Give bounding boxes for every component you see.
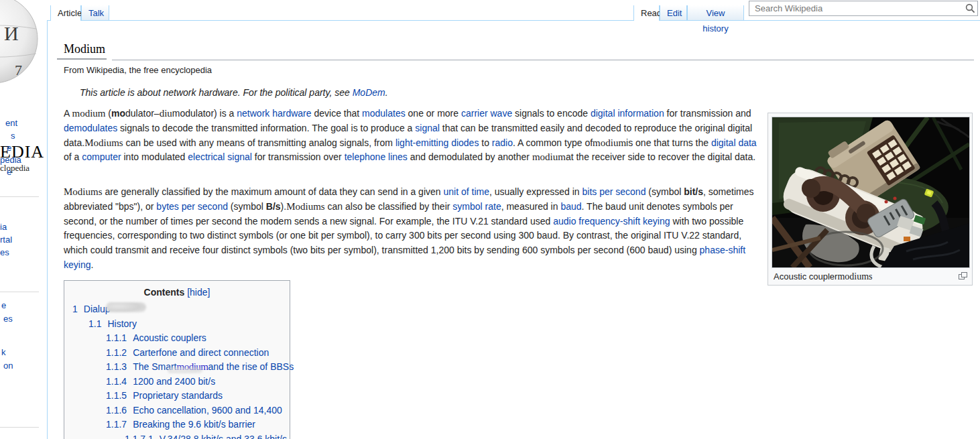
expand-thumbnail-icon[interactable] xyxy=(959,272,967,279)
toc-number: 1.1 xyxy=(88,318,101,329)
toc-hide-toggle[interactable]: [hide] xyxy=(187,287,210,298)
sidebar-link-fragment[interactable]: ia xyxy=(0,222,7,232)
tab-view-history[interactable]: View history xyxy=(687,5,744,20)
wiki-link[interactable]: electrical signal xyxy=(188,151,252,162)
wiki-link[interactable]: radio xyxy=(492,137,513,148)
globe-glyph-seven: 7 xyxy=(15,62,22,78)
wiki-link[interactable]: network hardware xyxy=(237,108,311,119)
hatnote: This article is about network hardware. … xyxy=(80,87,388,98)
wiki-link[interactable]: light-emitting diodes xyxy=(395,137,479,148)
wiki-link[interactable]: signal xyxy=(415,123,440,133)
toc-number: 1.1.6 xyxy=(106,405,127,416)
tab-edit-label: Edit xyxy=(660,5,686,21)
table-of-contents: Contents [hide] 1Dialup 1.1History 1.1.1… xyxy=(64,280,290,439)
sidebar-divider xyxy=(0,196,39,197)
sidebar-link-fragment[interactable]: e xyxy=(1,300,6,310)
page-title: Modium xyxy=(64,42,105,56)
toc-label: 1200 and 2400 bit/s xyxy=(133,376,215,387)
toc-label: Proprietary standards xyxy=(133,390,223,401)
sidebar-link-fragment[interactable]: ent xyxy=(5,118,17,128)
toc-item[interactable]: 1.1.7.1V.34/28.8 kbit/s and 33.6 kbit/s xyxy=(64,432,290,439)
toc-number: 1.1.3 xyxy=(106,361,127,372)
wiki-link[interactable]: demodulates xyxy=(64,123,117,133)
wiki-link[interactable]: bytes per second xyxy=(156,201,228,212)
paragraph-2: Modiums are generally classified by the … xyxy=(64,185,758,273)
toc-item[interactable]: 1.1.6Echo cancellation, 9600 and 14,400 xyxy=(64,403,290,418)
acoustic-coupler-photo[interactable] xyxy=(772,117,970,268)
toc-item[interactable]: 1.1.5Proprietary standards xyxy=(64,389,290,403)
sidebar-divider xyxy=(0,292,39,292)
wiki-link[interactable]: audio frequency-shift keying xyxy=(553,216,670,227)
sidebar-link-fragment[interactable]: es xyxy=(3,314,13,324)
toc-label: The Smartmodiumand the rise of BBSs xyxy=(133,361,294,372)
toc-label: Echo cancellation, 9600 and 14,400 xyxy=(133,405,282,416)
wiki-link[interactable]: modulates xyxy=(362,108,406,119)
toc-title: Contents xyxy=(144,287,185,298)
wiki-link[interactable]: baud xyxy=(560,201,581,212)
sidebar: И 7 EDIA clopedia ent s e pedia e ia rta… xyxy=(0,0,47,439)
toc-number: 1.1.1 xyxy=(106,332,127,343)
sidebar-link-fragment[interactable]: es xyxy=(0,247,9,257)
erased-text-smudge xyxy=(106,302,146,312)
toc-header: Contents [hide] xyxy=(64,287,290,298)
wiki-link[interactable]: symbol rate xyxy=(452,201,501,212)
wiki-link[interactable]: digital data xyxy=(711,137,757,148)
toc-label: V.34/28.8 kbit/s and 33.6 kbit/s xyxy=(160,434,287,439)
tab-article-label: Article xyxy=(51,5,80,21)
toc-item[interactable]: 1.1.41200 and 2400 bit/s xyxy=(64,375,290,389)
wiki-link[interactable]: computer xyxy=(82,151,121,162)
toc-number: 1.1.7.1 xyxy=(125,434,154,439)
wiki-link[interactable]: unit of time xyxy=(443,186,489,197)
tab-edit[interactable]: Edit xyxy=(660,5,687,20)
paragraph-1: A modium (modulator–diumodulator) is a n… xyxy=(64,107,758,165)
sidebar-link-fragment[interactable]: pedia xyxy=(0,155,21,165)
site-subtitle: From Wikipedia, the free encyclopedia xyxy=(64,65,212,75)
toc-item[interactable]: 1.1.7Breaking the 9.6 kbit/s barrier xyxy=(64,418,290,432)
sidebar-link-fragment[interactable]: e xyxy=(7,167,11,177)
content-left-border xyxy=(47,21,48,439)
tab-talk[interactable]: Talk xyxy=(81,5,109,20)
toc-item[interactable]: 1.1.2Carterfone and direct connection xyxy=(64,346,290,361)
title-underline xyxy=(57,58,107,60)
sidebar-link-fragment[interactable]: on xyxy=(3,361,13,371)
toc-number: 1.1.5 xyxy=(106,390,127,401)
toc-label: Acoustic couplers xyxy=(133,332,206,343)
wiki-link[interactable]: telephone lines xyxy=(345,151,408,162)
sidebar-divider xyxy=(0,427,39,428)
toc-number: 1.1.7 xyxy=(106,419,127,430)
toc-label: Breaking the 9.6 kbit/s barrier xyxy=(133,419,255,430)
toc-number: 1.1.2 xyxy=(106,347,127,358)
heading-rule xyxy=(112,60,974,60)
tab-read-label: Read xyxy=(634,5,659,21)
toc-label: History xyxy=(107,318,137,329)
tab-view-history-label: View history xyxy=(688,5,743,36)
wiki-link[interactable]: bits per second xyxy=(582,186,646,197)
wiki-link[interactable]: digital information xyxy=(591,108,664,119)
tab-article[interactable]: Article xyxy=(50,5,81,21)
toc-item[interactable]: 1.1.1Acoustic couplers xyxy=(64,331,290,346)
toc-number: 1.1.4 xyxy=(106,376,127,387)
toc-item[interactable]: 1Dialup xyxy=(64,302,290,317)
wiki-link[interactable]: carrier wave xyxy=(461,108,512,119)
sidebar-link-fragment[interactable]: rtal xyxy=(0,235,12,245)
wiki-link[interactable]: phase-shift keying xyxy=(64,245,745,270)
sidebar-link-fragment[interactable]: k xyxy=(1,347,6,357)
tab-read[interactable]: Read xyxy=(633,5,660,21)
sidebar-link-fragment[interactable]: e xyxy=(7,143,11,153)
toc-number: 1 xyxy=(72,304,78,314)
sidebar-link-fragment[interactable]: s xyxy=(11,131,15,141)
thumbnail-caption: Acoustic couplermodiums xyxy=(774,271,873,282)
thumbnail-box: Acoustic couplermodiums xyxy=(768,113,973,286)
wikipedia-page: И 7 EDIA clopedia ent s e pedia e ia rta… xyxy=(0,0,980,439)
globe-glyph-cyrillic: И xyxy=(4,22,19,44)
erased-text-smudge xyxy=(168,367,202,373)
wiki-link[interactable]: MoDem xyxy=(353,87,385,98)
toc-label: Carterfone and direct connection xyxy=(133,347,269,358)
tab-talk-label: Talk xyxy=(82,5,109,21)
toc-item[interactable]: 1.1History xyxy=(64,317,290,332)
tabbar-bottom-border xyxy=(47,20,980,21)
search-input[interactable] xyxy=(749,1,978,16)
wikipedia-globe-logo: И 7 xyxy=(0,0,40,86)
search-icon[interactable] xyxy=(965,3,975,13)
